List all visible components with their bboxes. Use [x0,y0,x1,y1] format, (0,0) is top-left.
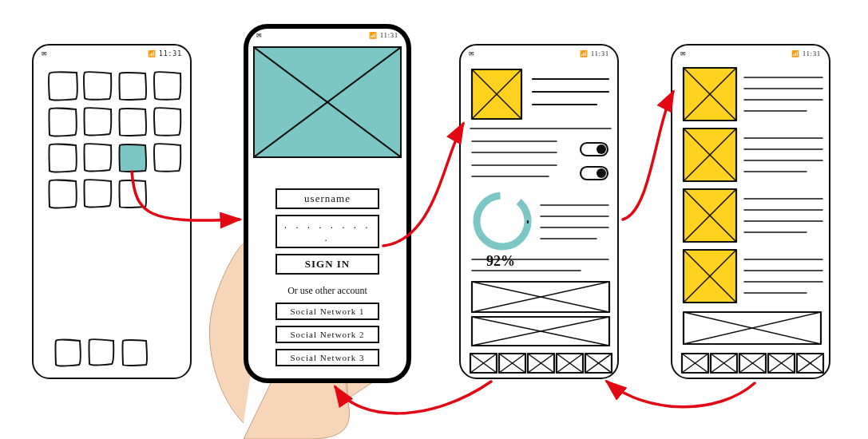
wireframe-screen-home: ✉ 📶 11:31 [32,44,192,379]
list-item[interactable] [684,189,822,242]
status-time: 11:31 [380,32,398,39]
social-login-1-button[interactable]: Social Network 1 [275,303,379,320]
toggle-switch-1[interactable] [581,143,608,156]
social-login-2-button[interactable]: Social Network 2 [275,326,379,343]
password-input[interactable]: . . . . . . . . . [275,215,379,248]
home-app-selected[interactable] [120,144,147,172]
list-item[interactable] [684,68,822,121]
hero-image-placeholder [253,46,402,158]
alt-login-prompt: Or use other account [275,285,379,297]
tab-bar [682,354,823,373]
list-item[interactable] [684,250,822,303]
progress-ring [466,185,538,257]
tab-bar [470,354,612,373]
list-item[interactable] [684,129,822,181]
svg-point-15 [597,168,606,178]
mail-icon: ✉ [256,32,263,39]
wireframe-screen-dashboard: ✉ 📶 11:31 [459,44,619,379]
svg-point-13 [597,144,606,154]
wireframe-screen-login: ✉ 📶 11:31 username . . . . . . . . . SIG… [244,24,411,383]
social-login-3-button[interactable]: Social Network 3 [275,349,379,366]
username-input[interactable]: username [275,188,379,209]
status-bar: ✉ 📶 11:31 [256,32,398,39]
sign-in-button[interactable]: SIGN IN [275,254,379,275]
signal-icon: 📶 [369,32,378,39]
toggle-switch-2[interactable] [581,167,608,180]
wireframe-screen-feed: ✉ 📶 11:31 [671,44,830,379]
progress-value: 92% [486,253,515,270]
